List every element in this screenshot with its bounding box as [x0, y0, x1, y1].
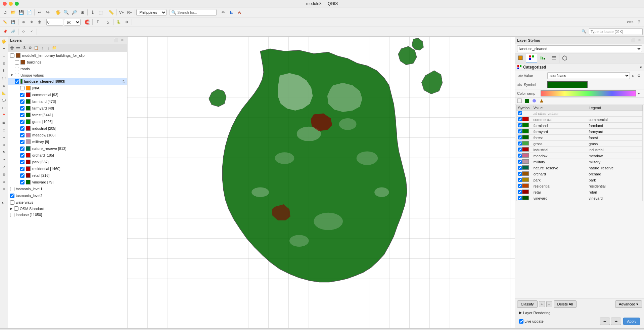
osm-standard-group[interactable]: ▶ OSM Standard [8, 206, 127, 211]
color-ramp-arrow[interactable]: ▾ [636, 90, 642, 96]
maximize-button[interactable] [15, 2, 19, 6]
sym-check-orchard[interactable] [517, 171, 532, 177]
move-label-icon[interactable]: T↔ [1, 105, 7, 111]
fill-ring-icon[interactable]: ◎ [1, 171, 7, 178]
sym-check-residential[interactable] [517, 183, 532, 189]
layer-item-nature-reserve[interactable]: nature_reserve [813] [8, 145, 127, 152]
sym-row-farmland[interactable]: farmland farmland [517, 123, 643, 129]
layer-checkbox-commercial[interactable] [20, 93, 25, 97]
layer-checkbox-orchard[interactable] [20, 153, 25, 158]
layer-checkbox-vineyard[interactable] [20, 180, 25, 184]
layer-group-icon[interactable]: 📁 [52, 45, 57, 51]
locate-icon[interactable]: 🔍 [580, 28, 588, 35]
layer-item-tasmania-level1[interactable]: tasmania_level1 [8, 185, 127, 192]
sym-row-nature-reserve[interactable]: nature_reserve nature_reserve [517, 165, 643, 171]
live-update-checkbox[interactable] [519, 319, 523, 324]
sym-check-industrial[interactable] [517, 147, 532, 153]
open-attribute-icon[interactable]: 📋 [34, 45, 39, 51]
open-project-icon[interactable]: 📂 [9, 9, 17, 16]
add-ring-icon[interactable]: ⊕ [1, 178, 7, 185]
sym-check-retail[interactable] [517, 189, 532, 195]
styling-dock-icon[interactable]: ⬜ [631, 38, 636, 43]
layer-item-farmland[interactable]: farmland [473] [8, 98, 127, 105]
sym-row-grass[interactable]: grass grass [517, 141, 643, 147]
select-icon[interactable]: ⬚ [97, 9, 104, 16]
geom-checker-icon[interactable]: ✓ [28, 28, 35, 35]
help-icon[interactable]: ? [635, 18, 643, 26]
measure-tool-icon[interactable]: 📐 [1, 90, 7, 96]
search-box[interactable]: 🔍 [170, 9, 217, 16]
zoom-out-tool-icon[interactable]: − [1, 53, 7, 59]
value-settings-icon[interactable]: ⚙ [636, 73, 642, 79]
crs-icon[interactable]: CRS [626, 18, 635, 26]
add-vector-icon[interactable]: V+ [118, 9, 125, 16]
deselect-tool-icon[interactable]: ⊠ [1, 82, 7, 89]
identify-tool-icon[interactable]: ℹ [1, 68, 7, 74]
sym-check-nature-reserve[interactable] [517, 165, 532, 171]
styling-close-icon[interactable]: ✕ [637, 38, 642, 43]
move-down-icon[interactable]: ↓ [46, 45, 51, 51]
sym-row-orchard[interactable]: orchard orchard [517, 171, 643, 177]
minimize-button[interactable] [9, 2, 13, 6]
remove-class-icon[interactable]: − [546, 301, 552, 307]
layer-checkbox-retail[interactable] [20, 173, 25, 178]
layer-rendering-toggle[interactable]: ▶ Layer Rendering [517, 309, 642, 316]
layers-close-icon[interactable]: ✕ [120, 38, 125, 43]
locate-input[interactable] [589, 28, 643, 35]
apply-button[interactable]: Apply [623, 318, 640, 325]
layer-item-industrial[interactable]: industrial [205] [8, 125, 127, 132]
sym-check-grass[interactable] [517, 141, 532, 147]
undo-icon[interactable]: ↩ [36, 9, 43, 16]
sym-check-other[interactable] [517, 111, 532, 117]
pan-map-icon[interactable]: 🖐 [54, 9, 62, 16]
categorized-icon[interactable] [526, 54, 537, 63]
layer-properties-icon[interactable]: ⚙ [28, 45, 33, 51]
layer-item-na[interactable]: [N/A] [8, 85, 127, 91]
symbol-color-swatch[interactable] [547, 81, 588, 88]
redo-icon[interactable]: ↪ [44, 9, 51, 16]
map-area[interactable] [127, 37, 515, 328]
layer-item-grass[interactable]: grass [1026] [8, 118, 127, 125]
delete-feature-icon[interactable]: 🗑 [36, 18, 43, 26]
snap-icon2[interactable]: 🔗 [9, 28, 17, 35]
layer-item-roads[interactable]: roads [8, 66, 127, 72]
layer-checkbox-military[interactable] [20, 140, 25, 144]
split-features-icon[interactable]: ✂ [1, 134, 7, 141]
layer-checkbox-buildings[interactable] [15, 60, 19, 65]
location-combo[interactable]: Philippines [136, 9, 167, 16]
layer-checkbox-meadow[interactable] [20, 133, 25, 137]
node-tool-icon[interactable]: ◇ [20, 28, 27, 35]
label-icon[interactable]: T [94, 18, 101, 26]
color-ramp-display[interactable] [541, 90, 636, 96]
layer-item-buildings[interactable]: buildings [8, 59, 127, 66]
layer-checkbox-farmland[interactable] [20, 99, 25, 104]
sym-row-industrial[interactable]: industrial industrial [517, 147, 643, 153]
sym-row-park[interactable]: park park [517, 177, 643, 183]
layer-item-military[interactable]: military [9] [8, 138, 127, 145]
new-project-icon[interactable]: 🗋 [1, 9, 9, 16]
toggle-edit-icon[interactable]: ✏️ [1, 18, 9, 26]
close-button[interactable] [3, 2, 7, 6]
field-calc-icon[interactable]: ∑ [104, 18, 112, 26]
2d5d-icon[interactable] [559, 54, 570, 63]
rotation-input[interactable] [46, 19, 63, 26]
merge-features-icon[interactable]: ⊕ [1, 141, 7, 148]
north-arrow-icon[interactable]: N↑ [1, 200, 7, 207]
remove-layer-icon[interactable]: ➖ [15, 45, 21, 51]
rotate-icon[interactable]: ↻ [1, 149, 7, 156]
pin-labels-icon[interactable]: 📍 [1, 112, 7, 119]
unique-values-group[interactable]: ▼ Unique values [8, 72, 127, 78]
sym-check-military[interactable] [517, 159, 532, 165]
layer-checkbox-tasmania1[interactable] [10, 187, 14, 191]
delete-all-button[interactable]: Delete All [554, 300, 577, 308]
add-class-icon[interactable]: + [539, 301, 545, 307]
sym-row-forest[interactable]: forest forest [517, 135, 643, 141]
snapping-icon[interactable]: 🧲 [84, 18, 91, 26]
reshape-icon[interactable]: ⇗ [1, 164, 7, 170]
layer-checkbox-park[interactable] [20, 160, 25, 164]
value-edit-icon[interactable]: ε [630, 73, 636, 79]
sym-row-military[interactable]: military military [517, 159, 643, 165]
graduated-icon[interactable] [537, 54, 548, 63]
save-as-icon[interactable]: 📄 [26, 9, 33, 16]
layer-checkbox-unique-group[interactable] [15, 73, 19, 77]
